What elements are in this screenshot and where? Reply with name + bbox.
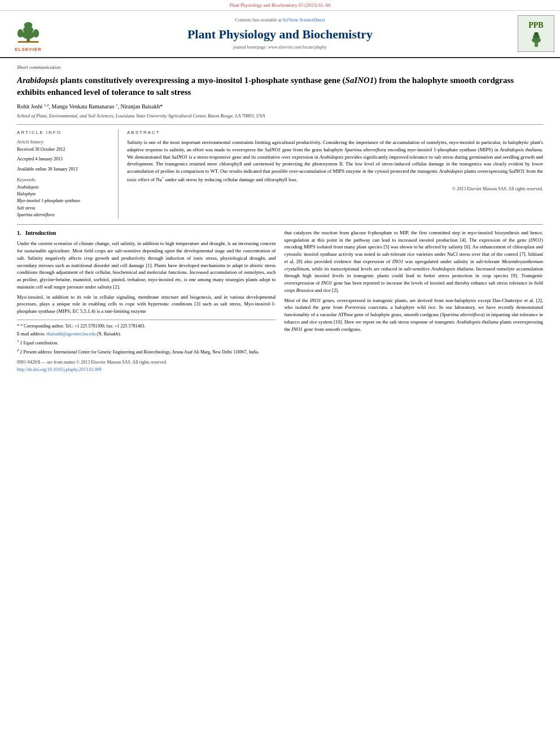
keyword-1: Arabidopsis (17, 184, 111, 190)
body-right-column: that catalyzes the reaction from glucose… (285, 229, 544, 374)
journal-citation-bar: Plant Physiology and Biochemistry 65 (20… (0, 0, 560, 11)
svg-point-3 (24, 22, 33, 28)
section1-heading: Introduction (25, 230, 56, 236)
journal-header: ELSEVIER Contents lists available at Sci… (0, 11, 560, 58)
footnote-note2: 2 2 Present address: International Cente… (17, 347, 276, 355)
main-content: Short communication Arabidopsis plants c… (0, 58, 560, 380)
article-title: Arabidopsis plants constitutively overex… (17, 75, 543, 98)
page: Plant Physiology and Biochemistry 65 (20… (0, 0, 560, 747)
keywords-label: Keywords: (17, 177, 111, 183)
journal-url: journal homepage: www.elsevier.com/locat… (51, 44, 509, 50)
ppb-text: PPB (528, 20, 543, 31)
keyword-4: Salt stress (17, 205, 111, 211)
footnote-note1: 1 1 Equal contribution. (17, 338, 276, 346)
accepted-date: Accepted 4 January 2013 (17, 156, 111, 162)
footnote-corresponding-text: * Corresponding author. Tel.: +1 225 578… (20, 324, 145, 329)
abstract-text: Salinity is one of the most important en… (127, 139, 543, 183)
elsevier-tree-icon (11, 15, 45, 46)
email-label-text: E-mail address: (17, 331, 45, 337)
history-label: Article history: (17, 139, 111, 145)
body-left-column: 1. Introduction Under the current scenar… (17, 229, 276, 374)
issn-line: 0981-9428/$ — see front matter © 2013 El… (17, 359, 276, 366)
title-italic-part3: SaINO1 (345, 76, 374, 85)
ppb-plant-icon (522, 31, 550, 48)
svg-point-10 (534, 32, 539, 36)
keyword-5: Spartina alterniflora (17, 212, 111, 218)
affiliation: School of Plant, Environmental, and Soil… (17, 113, 543, 120)
article-info-header: ARTICLE INFO (17, 129, 111, 136)
svg-point-5 (18, 29, 24, 38)
abstract-header: ABSTRACT (127, 129, 543, 136)
elsevier-logo: ELSEVIER (6, 15, 51, 53)
sciverse-line: Contents lists available at SciVerse Sci… (51, 17, 509, 23)
journal-title-center: Contents lists available at SciVerse Sci… (51, 17, 509, 50)
body-para-1: Under the current scenarios of climate c… (17, 240, 276, 290)
elsevier-text: ELSEVIER (15, 46, 42, 53)
note1-text: 1 Equal contribution. (20, 340, 59, 346)
article-type: Short communication (17, 64, 543, 71)
authors-text: Rohit Joshi 1,2, Mangu Venkata Ramanarao… (17, 103, 163, 110)
abstract-column: ABSTRACT Salinity is one of the most imp… (127, 129, 543, 219)
footnote-email: E-mail address: nbaisakh@agcenter.lsu.ed… (17, 331, 276, 338)
section1-number: 1. (17, 230, 21, 236)
svg-rect-4 (18, 41, 39, 43)
keyword-3: Myo-inositol 1-phosphate synthase (17, 198, 111, 204)
email-address[interactable]: nbaisakh@agcenter.lsu.edu (46, 331, 95, 337)
received-date: Received 30 October 2012 (17, 146, 111, 152)
doi-text: http://dx.doi.org/10.1016/j.plaphy.2013.… (17, 367, 102, 372)
footnote-corresponding: * * Corresponding author. Tel.: +1 225 5… (17, 323, 276, 330)
footnotes-section: * * Corresponding author. Tel.: +1 225 5… (17, 320, 276, 373)
body-para-2: Myo-inositol, in addition to its role in… (17, 294, 276, 315)
title-italic-part1: Arabidopsis (17, 76, 58, 85)
authors: Rohit Joshi 1,2, Mangu Venkata Ramanarao… (17, 103, 543, 111)
ppb-logo-box: PPB (518, 15, 554, 52)
main-body-section: 1. Introduction Under the current scenar… (17, 224, 543, 374)
keywords-list: Arabidopsis Halophyte Myo-inositol 1-pho… (17, 184, 111, 218)
body-para-3: that catalyzes the reaction from glucose… (285, 229, 544, 294)
body-para-4: Most of the INO1 genes, overexpressed in… (285, 297, 544, 333)
journal-name: Plant Physiology and Biochemistry (51, 26, 509, 43)
doi-line[interactable]: http://dx.doi.org/10.1016/j.plaphy.2013.… (17, 366, 276, 373)
journal-citation-text: Plant Physiology and Biochemistry 65 (20… (230, 2, 331, 8)
title-part2: plants constitutively overexpressing a m… (58, 76, 345, 85)
svg-rect-7 (535, 42, 538, 47)
sciverse-link[interactable]: SciVerse ScienceDirect (283, 18, 325, 23)
journal-logo-right: PPB (509, 15, 554, 52)
svg-point-6 (33, 29, 39, 38)
note2-text: 2 Present address: International Center … (20, 350, 260, 355)
sciverse-prefix: Contents lists available at (235, 18, 283, 23)
email-person: (N. Baisakh). (97, 331, 121, 337)
info-abstract-section: ARTICLE INFO Article history: Received 3… (17, 124, 543, 219)
copyright-line: © 2013 Elsevier Masson SAS. All rights r… (127, 186, 543, 192)
available-date: Available online 30 January 2013 (17, 166, 111, 172)
article-info-column: ARTICLE INFO Article history: Received 3… (17, 129, 119, 219)
section1-title: 1. Introduction (17, 229, 276, 238)
keyword-2: Halophyte (17, 191, 111, 197)
